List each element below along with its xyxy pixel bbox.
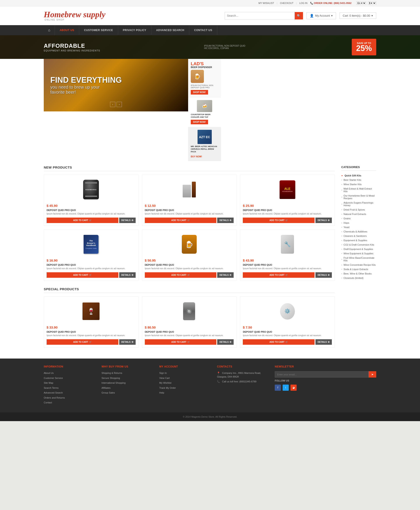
category-item[interactable]: ►Quick Gift Kits [341,173,376,178]
new-products-title: NEW PRODUCTS [44,166,335,171]
footer-view-cart[interactable]: View Cart [159,376,210,380]
newsletter-submit-button[interactable]: ➤ [369,371,376,378]
rss-icon[interactable]: ◕ [291,385,297,391]
product-card: $ 12.50 DEPOSIT QUID PRO QUO Ipsum facto… [142,175,237,226]
nav-advanced-search[interactable]: ADVANCED SEARCH [151,26,189,35]
account-button[interactable]: 👤 My Account ▾ [307,12,336,19]
footer-orders-returns[interactable]: Orders and Returns [44,396,95,400]
lads-shop-button[interactable]: SHOP NOW! [191,90,208,95]
details-button[interactable]: DETAILS ⚙ [217,218,234,223]
checkout-link[interactable]: CHECKOUT [280,2,293,4]
add-to-cart-button[interactable]: ADD TO CART 🛒 [47,339,118,345]
category-item[interactable]: »Our Homebrew Beer & Mead Recipes [341,193,376,200]
nav-privacy-policy[interactable]: PRIVACY POLICY [118,26,151,35]
countertop-shop-button[interactable]: SHOP NOW! [191,120,208,124]
category-item[interactable]: »Grains [341,216,376,221]
category-item[interactable]: »Natural Fruit Extracts [341,212,376,216]
search-input[interactable] [225,12,295,19]
details-button[interactable]: DETAILS ⚙ [217,272,234,278]
nav-about-us[interactable]: ABOUT US [55,26,79,35]
cart-items: 0 item(s) - $0.00 [349,14,370,17]
search-button[interactable]: 🔍 [295,12,303,19]
hero-next-arrow[interactable]: › [117,102,122,107]
mini-keg-image: 🔘 [183,302,195,320]
category-item[interactable]: »Wine Concentrate Recipe Kits [341,263,376,267]
site-header: Homebrew supply ONLINE SHOP 🔍 👤 My Accou… [0,6,420,25]
mrbeer-buy-button[interactable]: BUY NOW! [191,155,202,158]
category-item[interactable]: »Fruit Wine Base/Concentrate Kits [341,256,376,263]
details-button[interactable]: DETAILS ⚙ [315,339,332,345]
add-to-cart-button[interactable]: ADD TO CART 🛒 [145,218,217,223]
category-item[interactable]: »Hops [341,221,376,225]
category-item[interactable]: »Equipment & Supplies [341,238,376,243]
footer-track-order[interactable]: Track My Order [159,386,210,390]
category-item[interactable]: »Closeouts (limited) [341,276,376,280]
footer-site-map[interactable]: Site Map [44,381,95,385]
hero-section: FIND EVERYTHING you need to brew up your… [0,59,420,161]
category-item[interactable]: »Chemicals & Additives [341,229,376,234]
add-to-cart-button[interactable]: ADD TO CART 🛒 [145,339,217,345]
site-logo[interactable]: Homebrew supply ONLINE SHOP [44,10,105,21]
category-item[interactable]: »Wine Equipment & Supplies [341,251,376,256]
footer-my-wishlist[interactable]: My Wishlist [159,381,210,385]
categories-title: CATEGORIES [341,166,376,171]
category-item[interactable]: »Dried Fruit & Spices [341,207,376,212]
add-to-cart-button[interactable]: ADD TO CART 🛒 [47,272,118,278]
mrbeer-title: MR. BEER AZTEC MEXICAN CERVEZA REFILL BR… [191,145,218,153]
category-arrow-icon: » [341,213,342,215]
footer-sign-in[interactable]: Sign In [159,371,210,375]
newsletter-input[interactable] [275,371,369,378]
category-item[interactable]: »CO2 & Draft Conversion Kits [341,243,376,247]
add-to-cart-button[interactable]: ADD TO CART 🛒 [243,272,315,278]
cart-button[interactable]: Cart 0 item(s) - $0.00 ▾ [339,13,376,19]
lang-currency[interactable]: En ▾ $ ▾ [356,1,376,5]
category-item[interactable]: »Adjuncts-Sugars-Flavorings-Honey [341,200,376,207]
add-to-cart-button[interactable]: ADD TO CART 🛒 [145,272,217,278]
location-icon: 📍 [217,372,220,374]
product-name: DEPOSIT QUID PRO QUO [145,264,234,266]
login-link[interactable]: LOG IN [299,2,307,4]
hero-prev-arrow[interactable]: ‹ [110,102,115,107]
footer-my-account: MY ACCOUNT Sign In View Cart My Wishlist… [159,365,210,406]
details-button[interactable]: DETAILS ⚙ [119,218,136,223]
category-item[interactable]: »Soda & Liquor Extracts [341,267,376,271]
add-to-cart-button[interactable]: ADD TO CART 🛒 [243,339,315,345]
add-to-cart-button[interactable]: ADD TO CART 🛒 [47,218,118,223]
category-item[interactable]: »Malt Extract & Malt Extract Kits [341,186,376,193]
category-item[interactable]: »Draft Equipment & Supplies [341,247,376,251]
nav-contact-us[interactable]: CONTACT US [189,26,217,35]
details-button[interactable]: DETAILS ⚙ [315,218,332,223]
footer-group-sales[interactable]: Group Sales [102,391,153,395]
product-price: $ 45.90 [47,204,136,207]
wishlist-link[interactable]: MY WISHLIST [258,2,274,4]
category-item[interactable]: »Beer, Wine & Other Books [341,271,376,276]
home-nav-icon[interactable]: ⌂ [44,25,55,35]
facebook-icon[interactable]: f [275,385,281,391]
footer-search-terms[interactable]: Search Terms [44,386,95,390]
account-chevron-icon: ▾ [331,14,333,17]
add-to-cart-button[interactable]: ADD TO CART 🛒 [243,218,315,223]
header-right: 🔍 👤 My Account ▾ Cart 0 item(s) - $0.00 … [225,12,376,19]
footer-contact[interactable]: Contact [44,401,95,404]
twitter-icon[interactable]: t [283,385,289,391]
footer-international[interactable]: International Shopping [102,381,153,385]
category-item[interactable]: »Cleaners & Sanitizers [341,234,376,238]
details-button[interactable]: DETAILS ⚙ [119,272,136,278]
currency-select[interactable]: $ ▾ [368,1,376,5]
footer-secure-shopping[interactable]: Secure Shopping [102,376,153,380]
footer-advanced-search[interactable]: Advanced Search [44,391,95,395]
category-item[interactable]: »Beer Starter Kits [341,178,376,182]
footer-shipping-returns[interactable]: Shipping & Returns [102,371,153,375]
footer-about-us[interactable]: About Us [44,371,95,375]
category-arrow-icon: » [341,179,342,181]
footer-help[interactable]: Help [159,391,210,395]
details-button[interactable]: DETAILS ⚙ [119,339,136,345]
category-item[interactable]: »Wine Starter Kits [341,182,376,186]
details-button[interactable]: DETAILS ⚙ [217,339,234,345]
footer-affiliates[interactable]: Affiliates [102,386,153,390]
category-item[interactable]: »Yeast [341,225,376,229]
details-button[interactable]: DETAILS ⚙ [315,272,332,278]
nav-customer-service[interactable]: CUSTOMER SERVICE [79,26,118,35]
footer-customer-service[interactable]: Customer Service [44,376,95,380]
language-select[interactable]: En ▾ [356,1,366,5]
